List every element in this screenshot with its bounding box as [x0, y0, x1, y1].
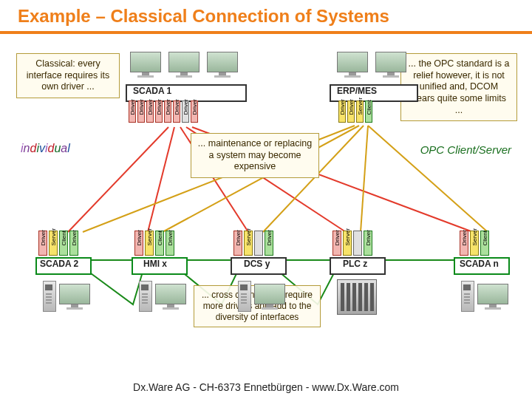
label-scada2: SCADA 2 — [40, 259, 78, 269]
label-hmix: HMI x — [143, 259, 167, 269]
label-dcsy: DCS y — [244, 259, 270, 269]
label-erpmes: ERP/MES — [337, 86, 377, 96]
footer-text: Dx.Ware AG - CH-6373 Ennetbürgen - www.D… — [0, 381, 532, 393]
monitor-icon — [130, 52, 161, 80]
note-maintenance: ... maintenance or replacing a system ma… — [191, 133, 319, 178]
svg-line-1 — [148, 127, 174, 232]
note-classical: Classical: every interface requires its … — [16, 53, 120, 98]
title-underline — [0, 31, 532, 34]
tower-icon — [238, 281, 251, 312]
label-individual: individual — [21, 142, 70, 155]
page-title: Example – Classical Connection of System… — [18, 6, 532, 27]
monitor-icon — [168, 52, 200, 80]
label-plcz: PLC z — [343, 259, 367, 269]
monitor-icon — [477, 284, 508, 312]
monitor-icon — [207, 52, 238, 80]
monitor-icon — [254, 284, 285, 312]
svg-line-0 — [68, 127, 168, 232]
svg-line-9 — [368, 126, 488, 232]
monitor-icon — [375, 52, 406, 80]
svg-line-8 — [361, 126, 368, 232]
monitor-icon — [155, 284, 186, 312]
plc-icon — [337, 279, 377, 315]
label-scadan: SCADA n — [460, 259, 499, 269]
monitor-icon — [59, 284, 90, 312]
label-scada1: SCADA 1 — [133, 86, 171, 96]
tower-icon — [139, 281, 152, 312]
tower-icon — [461, 281, 474, 312]
tower-icon — [43, 281, 56, 312]
monitor-icon — [337, 52, 368, 80]
label-opc-client-server: OPC Client/Server — [420, 143, 511, 156]
